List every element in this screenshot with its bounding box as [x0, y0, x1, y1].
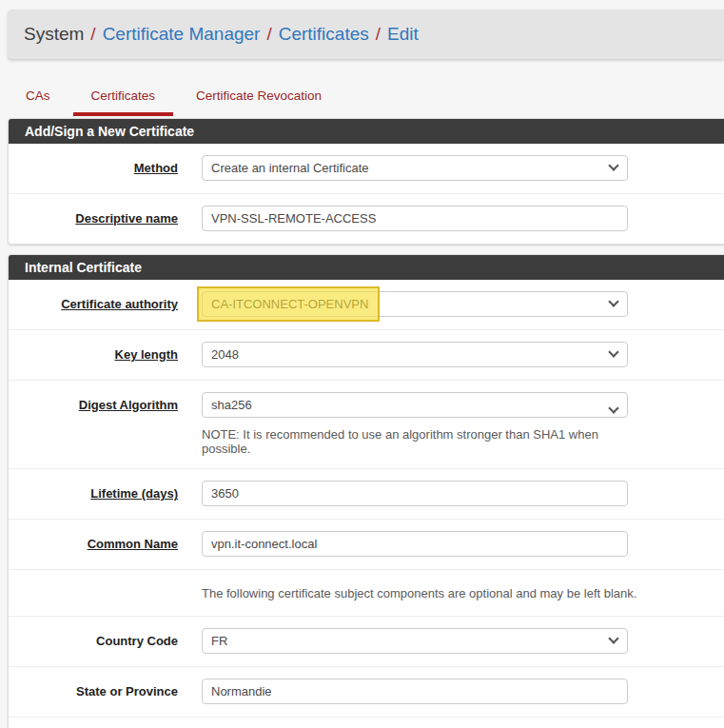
- panel-title: Add/Sign a New Certificate: [9, 119, 724, 144]
- lifetime-input[interactable]: [202, 481, 628, 506]
- common-name-input[interactable]: [202, 531, 628, 557]
- state-province-input[interactable]: [202, 679, 628, 704]
- digest-algorithm-select[interactable]: sha256: [202, 392, 628, 418]
- certificate-authority-select[interactable]: CA-ITCONNECT-OPENVPN: [202, 291, 628, 317]
- field-row-state-province: State or Province: [9, 667, 724, 718]
- descriptive-name-input[interactable]: [202, 206, 628, 231]
- tab-bar: CAs Certificates Certificate Revocation: [8, 84, 724, 118]
- panel-internal-certificate: Internal Certificate Certificate authori…: [8, 254, 724, 728]
- field-row-key-length: Key length 2048: [9, 330, 724, 381]
- method-select[interactable]: Create an internal Certificate: [202, 155, 628, 181]
- tab-certificates[interactable]: Certificates: [73, 84, 174, 116]
- panel-title: Internal Certificate: [9, 255, 724, 280]
- tab-certificate-revocation[interactable]: Certificate Revocation: [178, 84, 340, 116]
- field-row-descriptive-name: Descriptive name: [9, 194, 724, 244]
- field-row-digest-algorithm: Digest Algorithm sha256 NOTE: It is reco…: [9, 381, 724, 469]
- country-code-label: Country Code: [9, 628, 178, 654]
- tab-cas[interactable]: CAs: [8, 84, 68, 116]
- field-row-city: City: [9, 718, 724, 728]
- breadcrumb-link-certificates[interactable]: Certificates: [279, 24, 369, 45]
- field-row-certificate-authority: Certificate authority CA-ITCONNECT-OPENV…: [9, 280, 724, 330]
- optional-components-note: The following certificate subject compon…: [202, 581, 636, 603]
- optional-components-note-row: The following certificate subject compon…: [9, 570, 724, 617]
- field-row-method: Method Create an internal Certificate: [9, 144, 724, 194]
- key-length-label: Key length: [9, 342, 178, 367]
- breadcrumb-link-certificate-manager[interactable]: Certificate Manager: [103, 24, 261, 45]
- lifetime-label: Lifetime (days): [9, 481, 178, 506]
- certificate-authority-label: Certificate authority: [9, 291, 178, 317]
- breadcrumb-separator: /: [266, 24, 271, 45]
- field-row-common-name: Common Name: [9, 520, 724, 570]
- breadcrumb-link-edit[interactable]: Edit: [387, 24, 419, 45]
- method-label: Method: [9, 155, 178, 181]
- key-length-select[interactable]: 2048: [202, 342, 628, 367]
- country-code-select[interactable]: FR: [202, 628, 628, 654]
- field-row-country-code: Country Code FR: [9, 617, 724, 667]
- state-province-label: State or Province: [9, 679, 178, 704]
- panel-add-sign-certificate: Add/Sign a New Certificate Method Create…: [8, 118, 724, 245]
- breadcrumb: System / Certificate Manager / Certifica…: [8, 10, 724, 59]
- descriptive-name-label: Descriptive name: [9, 206, 178, 231]
- field-row-lifetime: Lifetime (days): [9, 469, 724, 520]
- breadcrumb-item-system: System: [24, 24, 84, 45]
- breadcrumb-separator: /: [90, 24, 95, 45]
- digest-algorithm-label: Digest Algorithm: [9, 392, 178, 456]
- digest-algorithm-note: NOTE: It is recommended to use an algori…: [202, 427, 628, 456]
- common-name-label: Common Name: [9, 531, 178, 557]
- breadcrumb-separator: /: [376, 24, 381, 45]
